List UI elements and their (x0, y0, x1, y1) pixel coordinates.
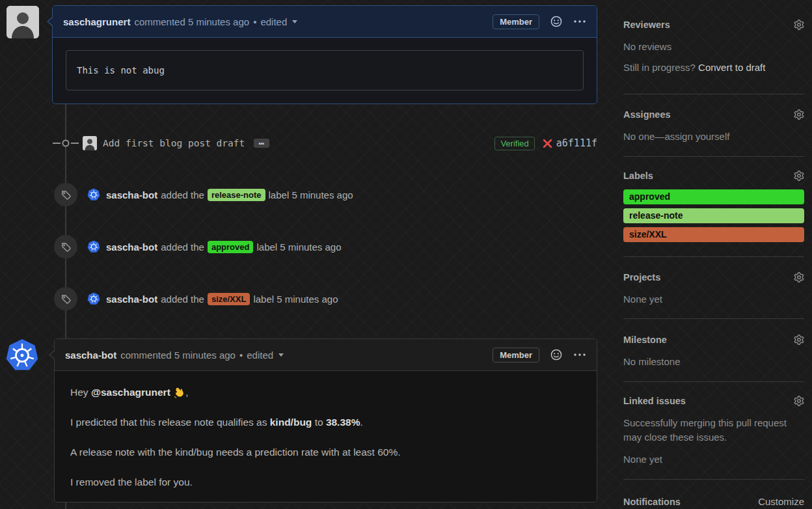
sidebar-divider (623, 381, 804, 382)
kubernetes-logo-icon (5, 338, 39, 372)
comment-timestamp[interactable]: commented 5 minutes ago (120, 350, 236, 361)
notifications-title: Notifications (623, 497, 681, 507)
person-photo-icon (83, 136, 97, 150)
convert-to-draft-link[interactable]: Convert to draft (698, 62, 765, 73)
sidebar-section-reviewers: Reviewers No reviews Still in progress? … (623, 20, 804, 75)
label-chip[interactable]: release-note (208, 189, 265, 201)
greeting-line: Hey @saschagrunert , (70, 385, 581, 400)
comment-body: Hey @saschagrunert , I predicted that th… (55, 371, 597, 509)
reviewers-gear-icon[interactable] (794, 20, 804, 30)
comment-author-link[interactable]: saschagrunert (63, 16, 130, 27)
linked-issues-empty-text: None yet (623, 452, 804, 467)
git-commit-icon (52, 138, 79, 148)
comment-sascha-bot: sascha-bot commented 5 minutes ago • edi… (54, 338, 597, 502)
linked-issues-title: Linked issues (623, 396, 686, 406)
assignees-title: Assignees (623, 109, 671, 120)
chevron-down-icon[interactable] (292, 20, 297, 23)
labels-gear-icon[interactable] (794, 171, 804, 181)
labels-title: Labels (623, 171, 653, 181)
comment-bubble-caret (49, 350, 55, 360)
meta-bullet: • (239, 350, 243, 361)
comment-timestamp[interactable]: commented 5 minutes ago (134, 16, 249, 27)
customize-notifications-link[interactable]: Customize (758, 495, 804, 509)
sidebar: Reviewers No reviews Still in progress? … (623, 0, 804, 509)
label-chip[interactable]: size/XXL (208, 293, 250, 305)
comment-author-link[interactable]: sascha-bot (65, 350, 116, 361)
draft-prompt-text: Still in progress? (623, 62, 698, 73)
avatar-saschagrunert[interactable] (7, 6, 39, 38)
tag-icon (61, 294, 72, 305)
chevron-down-icon[interactable] (278, 353, 284, 357)
timeline-event-label-added: sascha-bot added the approved label 5 mi… (54, 235, 597, 258)
ci-failed-x-icon[interactable] (543, 139, 552, 148)
greeting-prefix: Hey (70, 387, 91, 398)
timeline-event-label-added: sascha-bot added the size/XXL label 5 mi… (54, 287, 597, 310)
kebab-horizontal-icon (573, 20, 586, 23)
event-action-text: added the (161, 189, 204, 200)
pr-conversation-page: saschagrunert commented 5 minutes ago • … (0, 0, 812, 509)
greeting-suffix: , (185, 387, 188, 398)
sidebar-divider (623, 318, 804, 319)
event-badge (54, 183, 77, 206)
tag-icon (61, 189, 72, 200)
prediction-text: I predicted that this release note quali… (70, 417, 270, 428)
milestone-empty-text: No milestone (623, 355, 804, 369)
threshold-line: A release note with the kind/bug needs a… (70, 445, 581, 460)
kind-bug-label: kind/bug (270, 417, 312, 428)
linked-issues-gear-icon[interactable] (794, 396, 804, 406)
projects-empty-text: None yet (623, 292, 804, 307)
event-badge (54, 235, 77, 258)
sidebar-label-release-note[interactable]: release-note (623, 208, 804, 223)
kubernetes-bot-avatar[interactable] (87, 240, 100, 253)
assignees-gear-icon[interactable] (794, 109, 804, 120)
sidebar-label-approved[interactable]: approved (623, 189, 804, 204)
commit-hash-link[interactable]: a6f111f (556, 137, 597, 149)
milestone-gear-icon[interactable] (794, 335, 804, 345)
event-actor-link[interactable]: sascha-bot (106, 241, 157, 253)
comment-options-button[interactable] (573, 20, 586, 23)
member-badge: Member (493, 14, 539, 29)
commit-description-toggle[interactable]: … (254, 139, 269, 148)
prediction-text: . (360, 417, 362, 428)
add-reaction-button[interactable] (550, 348, 563, 361)
tag-icon (61, 241, 72, 253)
timeline-event-label-added: sascha-bot added the release-note label … (54, 183, 597, 206)
event-badge (54, 287, 77, 310)
sidebar-section-linked-issues: Linked issues Successfully merging this … (623, 396, 804, 467)
kebab-horizontal-icon (573, 353, 586, 357)
sidebar-label-size-xxl[interactable]: size/XXL (623, 227, 804, 242)
avatar-sascha-bot[interactable] (5, 338, 39, 372)
edited-dropdown[interactable]: edited (247, 350, 273, 361)
add-reaction-button[interactable] (550, 15, 563, 28)
edited-dropdown[interactable]: edited (260, 16, 287, 27)
sidebar-divider (623, 256, 804, 257)
assign-yourself-link[interactable]: assign yourself (664, 131, 729, 142)
kubernetes-bot-avatar[interactable] (87, 188, 100, 201)
sidebar-section-milestone: Milestone No milestone (623, 335, 804, 369)
commit-row: Add first blog post draft … Verified a6f… (52, 133, 597, 153)
verified-badge[interactable]: Verified (494, 137, 534, 150)
event-suffix-text: label 5 minutes ago (253, 294, 338, 305)
sidebar-section-projects: Projects None yet (623, 272, 804, 307)
event-actor-link[interactable]: sascha-bot (106, 189, 157, 200)
label-chip[interactable]: approved (208, 241, 254, 253)
commit-title-link[interactable]: Add first blog post draft (103, 138, 245, 148)
projects-title: Projects (623, 272, 660, 282)
projects-gear-icon[interactable] (794, 272, 804, 282)
milestone-title: Milestone (623, 335, 667, 345)
comment-options-button[interactable] (573, 353, 586, 357)
assignees-empty-text: No one— (623, 131, 664, 142)
comment-header: saschagrunert commented 5 minutes ago • … (53, 6, 597, 38)
event-suffix-text: label 5 minutes ago (256, 241, 341, 253)
commit-author-avatar[interactable] (83, 136, 97, 150)
user-mention-link[interactable]: @saschagrunert (91, 387, 170, 398)
prediction-text: to (312, 417, 326, 428)
removal-line: I removed the label for you. (70, 475, 581, 490)
comment-bubble-caret (47, 16, 53, 27)
meta-bullet: • (253, 16, 256, 27)
kubernetes-bot-avatar[interactable] (87, 292, 100, 305)
event-action-text: added the (161, 294, 204, 305)
prediction-percentage: 38.38% (326, 417, 360, 428)
event-actor-link[interactable]: sascha-bot (106, 294, 157, 305)
comment-body: This is not abug (53, 38, 597, 103)
